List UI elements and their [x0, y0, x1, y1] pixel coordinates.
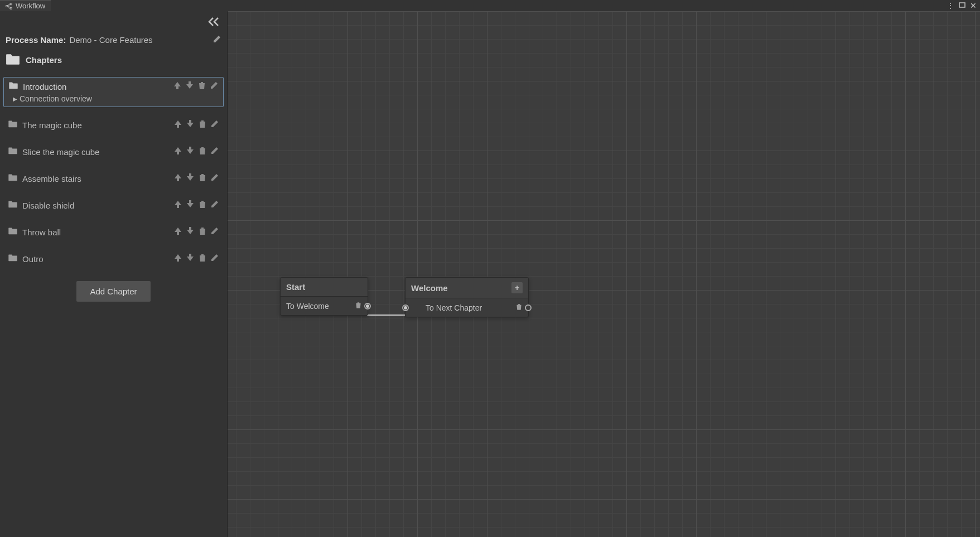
- move-up-button[interactable]: [173, 146, 182, 157]
- chapters-header: Chapters: [0, 49, 227, 71]
- pencil-icon: [213, 35, 221, 43]
- delete-button[interactable]: [198, 226, 207, 238]
- arrow-up-icon: [173, 253, 182, 262]
- process-name-value: Demo - Core Features: [69, 35, 209, 45]
- pencil-icon: [210, 253, 219, 262]
- pencil-icon: [210, 119, 219, 128]
- node-welcome[interactable]: Welcome + To Next Chapter: [405, 277, 529, 317]
- node-output-row: To Welcome: [281, 297, 368, 315]
- arrow-down-icon: [185, 81, 194, 90]
- move-down-button[interactable]: [185, 81, 194, 92]
- delete-output-button[interactable]: [355, 301, 362, 311]
- folder-icon: [8, 200, 18, 210]
- output-label: To Next Chapter: [426, 303, 512, 312]
- window-controls: ⋮ ✕: [945, 1, 980, 10]
- workflow-canvas[interactable]: Start To Welcome Welcome + To Next Chapt: [228, 11, 980, 537]
- arrow-up-icon: [173, 226, 182, 235]
- trash-icon: [198, 173, 207, 182]
- node-start[interactable]: Start To Welcome: [280, 277, 368, 316]
- move-up-button[interactable]: [173, 253, 182, 264]
- sidebar: Process Name: Demo - Core Features Chapt…: [0, 11, 228, 537]
- trash-icon: [198, 146, 207, 155]
- workflow-icon: [6, 3, 12, 9]
- rename-button[interactable]: [210, 81, 219, 92]
- move-up-button[interactable]: [173, 200, 182, 211]
- output-port[interactable]: [364, 303, 371, 309]
- chapters-label: Chapters: [26, 55, 62, 65]
- move-down-button[interactable]: [186, 200, 195, 211]
- delete-button[interactable]: [197, 81, 206, 92]
- node-title: Welcome: [411, 283, 448, 293]
- window-close-icon[interactable]: ✕: [969, 1, 978, 10]
- delete-button[interactable]: [198, 253, 207, 264]
- rename-button[interactable]: [210, 226, 219, 238]
- move-up-button[interactable]: [173, 119, 182, 130]
- svg-rect-1: [10, 3, 12, 4]
- move-up-button[interactable]: [173, 226, 182, 238]
- node-output-row: To Next Chapter: [405, 298, 528, 317]
- chapter-item-introduction[interactable]: Introduction ▶ Connection overview: [3, 77, 224, 107]
- chapter-list: Introduction ▶ Connection overview: [0, 71, 227, 273]
- edit-process-name-button[interactable]: [213, 35, 221, 45]
- titlebar: Workflow ⋮ ✕: [0, 0, 980, 11]
- chapter-item-outro[interactable]: Outro: [3, 250, 224, 268]
- move-down-button[interactable]: [186, 253, 195, 264]
- process-name-row: Process Name: Demo - Core Features: [0, 31, 227, 49]
- rename-button[interactable]: [210, 200, 219, 211]
- delete-button[interactable]: [198, 173, 207, 184]
- pencil-icon: [210, 81, 219, 90]
- chapter-item-slice-magic-cube[interactable]: Slice the magic cube: [3, 143, 224, 161]
- arrow-up-icon: [173, 146, 182, 155]
- trash-icon: [198, 119, 207, 128]
- delete-button[interactable]: [198, 200, 207, 211]
- delete-button[interactable]: [198, 146, 207, 157]
- folder-icon: [8, 120, 18, 130]
- arrow-up-icon: [173, 173, 182, 182]
- move-down-button[interactable]: [186, 146, 195, 157]
- arrow-down-icon: [186, 146, 195, 155]
- rename-button[interactable]: [210, 173, 219, 184]
- trash-icon: [515, 303, 523, 311]
- pencil-icon: [210, 226, 219, 235]
- output-port[interactable]: [525, 304, 532, 311]
- window-maximize-icon[interactable]: [958, 1, 967, 10]
- output-label: To Welcome: [286, 302, 351, 311]
- window-tab[interactable]: Workflow: [0, 0, 51, 11]
- svg-rect-2: [10, 7, 12, 9]
- rename-button[interactable]: [210, 253, 219, 264]
- delete-button[interactable]: [198, 119, 207, 130]
- move-up-button[interactable]: [173, 81, 182, 92]
- move-down-button[interactable]: [186, 119, 195, 130]
- chevrons-left-icon: [207, 17, 220, 27]
- node-header[interactable]: Start: [281, 278, 368, 297]
- chapter-item-magic-cube[interactable]: The magic cube: [3, 116, 224, 134]
- arrow-down-icon: [186, 253, 195, 262]
- chapter-subtitle: Connection overview: [20, 94, 92, 103]
- input-port[interactable]: [402, 304, 409, 311]
- move-down-button[interactable]: [186, 173, 195, 184]
- chapter-item-disable-shield[interactable]: Disable shield: [3, 196, 224, 214]
- rename-button[interactable]: [210, 119, 219, 130]
- edge-start-to-welcome[interactable]: [367, 315, 407, 316]
- add-chapter-button[interactable]: Add Chapter: [76, 281, 150, 302]
- trash-icon: [198, 226, 207, 235]
- folder-icon: [6, 53, 20, 67]
- chapter-name: Assemble stairs: [22, 174, 169, 183]
- trash-icon: [197, 81, 206, 90]
- folder-icon: [8, 227, 18, 237]
- chapter-subtitle-row[interactable]: ▶ Connection overview: [8, 94, 219, 103]
- node-title: Start: [286, 282, 305, 292]
- delete-output-button[interactable]: [515, 303, 523, 312]
- trash-icon: [355, 301, 362, 309]
- chapter-item-assemble-stairs[interactable]: Assemble stairs: [3, 170, 224, 187]
- move-up-button[interactable]: [173, 173, 182, 184]
- add-output-button[interactable]: +: [511, 282, 523, 293]
- collapse-sidebar-button[interactable]: [207, 17, 220, 29]
- window-menu-icon[interactable]: ⋮: [945, 1, 955, 10]
- move-down-button[interactable]: [186, 226, 195, 238]
- rename-button[interactable]: [210, 146, 219, 157]
- chapter-item-throw-ball[interactable]: Throw ball: [3, 223, 224, 241]
- pencil-icon: [210, 200, 219, 209]
- node-header[interactable]: Welcome +: [405, 278, 528, 298]
- trash-icon: [198, 200, 207, 209]
